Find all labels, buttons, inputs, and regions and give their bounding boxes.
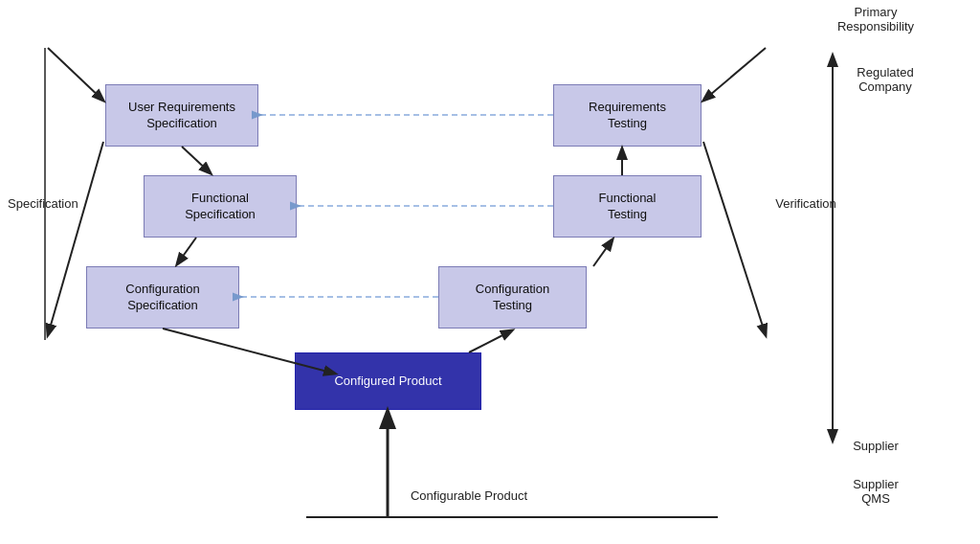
configurable-product-label: Configurable Product (373, 488, 565, 503)
supplier-label: Supplier (828, 439, 924, 453)
svg-line-3 (177, 238, 196, 264)
specification-label: Specification (8, 196, 65, 211)
supplier-qms-label: SupplierQMS (828, 477, 924, 506)
config-spec-box: ConfigurationSpecification (86, 266, 239, 329)
svg-line-8 (593, 239, 612, 266)
functional-spec-box: FunctionalSpecification (144, 175, 297, 238)
functional-spec-label: FunctionalSpecification (185, 191, 256, 223)
primary-responsibility-label: PrimaryResponsibility (818, 5, 933, 34)
config-testing-label: ConfigurationTesting (476, 282, 549, 314)
configured-product-label: Configured Product (334, 374, 441, 390)
verification-label: Verification (768, 196, 844, 211)
svg-line-0 (48, 48, 103, 101)
req-testing-label: RequirementsTesting (589, 100, 666, 132)
req-testing-box: RequirementsTesting (553, 84, 702, 147)
config-spec-label: ConfigurationSpecification (125, 282, 199, 314)
diagram-container: User RequirementsSpecification Functiona… (0, 0, 980, 544)
user-requirements-label: User RequirementsSpecification (128, 100, 235, 132)
svg-line-5 (703, 48, 766, 101)
user-requirements-box: User RequirementsSpecification (105, 84, 258, 147)
config-testing-box: ConfigurationTesting (438, 266, 587, 329)
configured-product-box: Configured Product (295, 352, 481, 410)
svg-line-9 (469, 330, 512, 352)
func-testing-label: FunctionalTesting (599, 191, 657, 223)
svg-line-6 (703, 142, 766, 335)
regulated-company-label: RegulatedCompany (828, 65, 943, 94)
svg-line-2 (182, 147, 211, 173)
func-testing-box: FunctionalTesting (553, 175, 702, 238)
